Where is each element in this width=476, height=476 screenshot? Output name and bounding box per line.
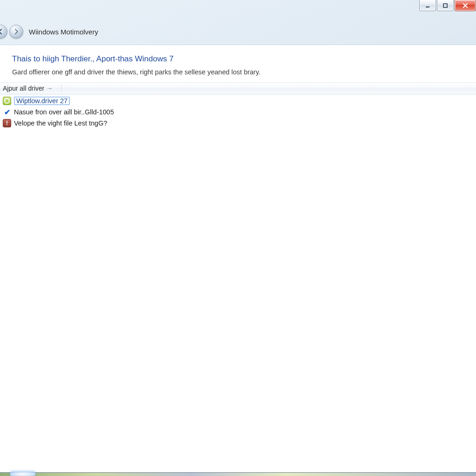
page-subtext: Gard offierer one gff and driver the thi… xyxy=(12,68,476,76)
column-header-label: Ajpur all driver xyxy=(3,85,44,92)
page-heading: Thais to hiigh Therdier., Aport-thas Win… xyxy=(12,54,476,64)
breadcrumb-bar: Wiindows Motimolvery xyxy=(0,22,476,41)
column-header[interactable]: Ajpur all driver → xyxy=(0,82,476,94)
check-icon: ✔ xyxy=(3,108,11,116)
list-item[interactable]: Wiptlow.driver 27 xyxy=(1,95,476,106)
taskbar[interactable] xyxy=(0,472,476,476)
gear-icon xyxy=(3,97,11,105)
nav-forward-button[interactable] xyxy=(9,25,23,39)
close-button[interactable] xyxy=(455,0,476,11)
list-item-label: Velope the vight file Lest tngG? xyxy=(14,119,107,127)
results-list: Wiptlow.driver 27 ✔ Nasue fron over aill… xyxy=(1,95,476,129)
minimize-icon xyxy=(425,3,430,8)
list-item[interactable]: ✔ Nasue fron over aill bir..Glld-1005 xyxy=(1,106,476,118)
maximize-button[interactable] xyxy=(437,0,454,11)
column-separator xyxy=(61,85,62,92)
warn-icon: ! xyxy=(3,119,11,127)
nav-back-button[interactable] xyxy=(0,25,7,39)
maximize-icon xyxy=(443,3,448,8)
forward-arrow-icon xyxy=(13,28,20,35)
sort-arrow-icon: → xyxy=(46,85,53,92)
list-item-label: Nasue fron over aill bir..Glld-1005 xyxy=(14,108,114,116)
minimize-button[interactable] xyxy=(419,0,436,11)
list-item-label: Wiptlow.driver 27 xyxy=(14,97,70,105)
breadcrumb-title: Wiindows Motimolvery xyxy=(29,28,98,36)
window-controls xyxy=(418,0,476,13)
svg-rect-1 xyxy=(443,4,447,7)
content-pane: Thais to hiigh Therdier., Aport-thas Win… xyxy=(0,45,476,472)
close-icon xyxy=(462,2,469,9)
list-item[interactable]: ! Velope the vight file Lest tngG? xyxy=(1,118,476,129)
back-arrow-icon xyxy=(0,28,4,35)
